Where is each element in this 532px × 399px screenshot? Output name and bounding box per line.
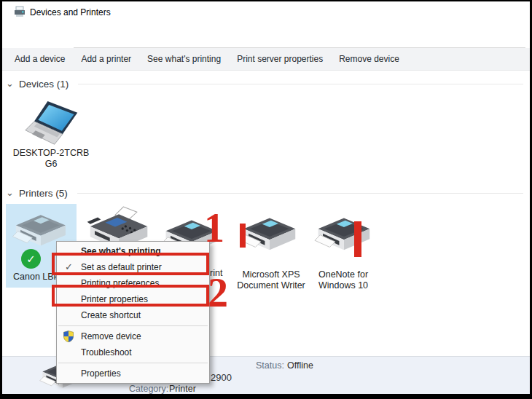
- onenote-printer-icon[interactable]: [314, 213, 372, 252]
- screenshot-border: [0, 0, 532, 1]
- laptop-label-line1: DESKTOP-2TCRB: [9, 148, 93, 159]
- microsoft-xps-printer-icon[interactable]: [240, 213, 298, 252]
- screenshot-border: [0, 394, 532, 399]
- default-printer-check-badge: ✓: [21, 249, 41, 269]
- status-value: Offline: [287, 360, 313, 371]
- title-bar: Devices and Printers: [0, 1, 532, 22]
- annotation-mark-fragment: [240, 224, 246, 248]
- menu-item-troubleshoot[interactable]: Troubleshoot: [57, 344, 209, 360]
- toolbar-see-whats-printing[interactable]: See what's printing: [147, 54, 221, 64]
- menu-item-create-shortcut[interactable]: Create shortcut: [57, 307, 209, 323]
- menu-item-label: Remove device: [81, 331, 141, 341]
- menu-item-remove-device[interactable]: Remove device: [57, 328, 209, 344]
- laptop-icon[interactable]: [24, 99, 79, 148]
- model-text-fragment: 2900: [211, 372, 232, 383]
- printers-section-header: ⌄ Printers (5): [6, 186, 523, 200]
- category-value: Printer: [169, 384, 196, 394]
- status-label: Status:: [256, 360, 284, 371]
- onenote-printer-label[interactable]: OneNote for Windows 10: [308, 269, 379, 291]
- annotation-box-set-as-default: [52, 253, 209, 275]
- annotation-number-2: 2: [208, 272, 228, 313]
- section-rule: [78, 84, 523, 84]
- devices-and-printers-app-icon: [14, 6, 26, 17]
- xps-label-line2: Document Writer: [232, 280, 310, 291]
- toolbar-remove-device[interactable]: Remove device: [339, 54, 399, 64]
- devices-and-printers-window: Devices and Printers ← → ⌄ ↑ › Control P…: [0, 0, 532, 399]
- collapse-chevron-icon[interactable]: ⌄: [6, 80, 14, 87]
- window-title: Devices and Printers: [30, 7, 111, 17]
- printers-section-label: Printers (5): [19, 188, 68, 199]
- xps-label-line1: Microsoft XPS: [232, 269, 310, 280]
- toolbar-add-a-printer[interactable]: Add a printer: [81, 54, 131, 64]
- section-rule: [77, 193, 523, 194]
- menu-separator: [58, 325, 208, 326]
- check-icon: ✓: [26, 253, 36, 266]
- screenshot-border: [0, 0, 2, 399]
- laptop-label-line2: G6: [9, 159, 93, 170]
- menu-separator: [58, 363, 208, 363]
- toolbar-print-server-properties[interactable]: Print server properties: [237, 54, 323, 64]
- devices-section-header: ⌄ Devices (1): [6, 77, 523, 90]
- navigation-bar: ← → ⌄ ↑ › Control Panel › Hardware and S…: [0, 22, 532, 47]
- laptop-device-label[interactable]: DESKTOP-2TCRB G6: [9, 148, 93, 170]
- toolbar-add-a-device[interactable]: Add a device: [15, 54, 65, 64]
- collapse-chevron-icon[interactable]: ⌄: [6, 189, 14, 197]
- annotation-mark-fragment: [354, 221, 361, 257]
- onenote-label-line1: OneNote for: [308, 269, 379, 280]
- uac-shield-icon: [63, 331, 74, 342]
- devices-section-label: Devices (1): [19, 79, 69, 90]
- onenote-label-line2: Windows 10: [308, 280, 379, 291]
- command-bar: Add a device Add a printer See what's pr…: [0, 48, 532, 71]
- category-label: Category:: [129, 384, 168, 394]
- menu-item-properties[interactable]: Properties: [57, 366, 209, 382]
- annotation-number-1: 1: [204, 208, 224, 248]
- xps-printer-label[interactable]: Microsoft XPS Document Writer: [232, 269, 310, 291]
- annotation-box-printer-properties: [52, 285, 209, 307]
